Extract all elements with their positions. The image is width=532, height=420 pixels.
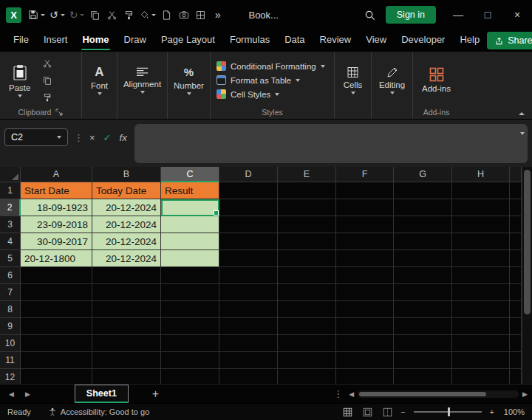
cell-B10[interactable] — [92, 335, 161, 352]
cell-G6[interactable] — [394, 267, 452, 284]
font-button[interactable]: A Font — [86, 63, 113, 97]
maximize-button[interactable]: □ — [473, 0, 502, 30]
cell-F2[interactable] — [336, 199, 394, 216]
dialog-launcher-icon[interactable] — [55, 109, 63, 116]
cell-A5[interactable]: 20-12-1800 — [21, 250, 92, 267]
cell-B3[interactable]: 20-12-2024 — [92, 216, 161, 233]
column-header-A[interactable]: A — [21, 167, 92, 182]
normal-view-button[interactable] — [341, 405, 354, 419]
new-document-button[interactable] — [158, 5, 175, 24]
camera-button[interactable] — [175, 5, 192, 24]
cell-partial-8[interactable] — [510, 301, 522, 318]
cell-G10[interactable] — [394, 335, 452, 352]
cell-G11[interactable] — [394, 352, 452, 369]
cell-A2[interactable]: 18-09-1923 — [21, 199, 92, 216]
cell-C11[interactable] — [161, 352, 219, 369]
page-break-view-button[interactable] — [381, 405, 394, 419]
menu-tab-developer[interactable]: Developer — [394, 30, 452, 52]
cell-E4[interactable] — [278, 233, 336, 250]
format-as-table-button[interactable]: Format as Table — [214, 75, 327, 86]
cell-G1[interactable] — [394, 182, 452, 199]
zoom-slider[interactable] — [414, 411, 482, 413]
column-header-E[interactable]: E — [278, 167, 336, 182]
format-painter-button[interactable] — [120, 5, 137, 24]
row-header-11[interactable]: 11 — [0, 352, 21, 369]
cell-B7[interactable] — [92, 284, 161, 301]
column-header-B[interactable]: B — [92, 167, 161, 182]
cell-A11[interactable] — [21, 352, 92, 369]
conditional-formatting-button[interactable]: Conditional Formatting — [214, 61, 327, 72]
cell-C4[interactable] — [161, 233, 219, 250]
cell-partial-2[interactable] — [510, 199, 522, 216]
cut-button[interactable] — [103, 5, 120, 24]
menu-tab-file[interactable]: File — [6, 30, 36, 52]
row-header-9[interactable]: 9 — [0, 318, 21, 335]
cell-F9[interactable] — [336, 318, 394, 335]
editing-button[interactable]: Editing — [374, 64, 410, 97]
share-button[interactable]: Share — [487, 32, 532, 49]
cell-G8[interactable] — [394, 301, 452, 318]
cell-D7[interactable] — [219, 284, 278, 301]
cell-C7[interactable] — [161, 284, 219, 301]
cell-styles-button[interactable]: Cell Styles — [214, 89, 327, 100]
cell-E7[interactable] — [278, 284, 336, 301]
horizontal-scrollbar-thumb[interactable] — [359, 392, 486, 396]
collapse-formula-bar-button[interactable] — [520, 132, 525, 135]
cell-partial-3[interactable] — [510, 216, 522, 233]
cell-B9[interactable] — [92, 318, 161, 335]
cell-A4[interactable]: 30-09-2017 — [21, 233, 92, 250]
cell-G3[interactable] — [394, 216, 452, 233]
cell-F4[interactable] — [336, 233, 394, 250]
cell-partial-7[interactable] — [510, 284, 522, 301]
cell-G2[interactable] — [394, 199, 452, 216]
document-title[interactable]: Book... — [248, 10, 278, 21]
sheet-options-button[interactable]: ⋮ — [327, 388, 349, 399]
paste-button[interactable]: Paste — [4, 61, 35, 100]
format-painter-button[interactable] — [39, 91, 55, 104]
cell-F8[interactable] — [336, 301, 394, 318]
cell-partial-9[interactable] — [510, 318, 522, 335]
cell-partial-11[interactable] — [510, 352, 522, 369]
row-header-4[interactable]: 4 — [0, 233, 21, 250]
row-header-10[interactable]: 10 — [0, 335, 21, 352]
cell-H2[interactable] — [452, 199, 510, 216]
sign-in-button[interactable]: Sign in — [386, 6, 436, 24]
cell-F1[interactable] — [336, 182, 394, 199]
cell-partial-6[interactable] — [510, 267, 522, 284]
column-header-C[interactable]: C — [161, 167, 219, 182]
cell-H11[interactable] — [452, 352, 510, 369]
cell-E6[interactable] — [278, 267, 336, 284]
cancel-button[interactable]: × — [89, 132, 95, 143]
cell-B2[interactable]: 20-12-2024 — [92, 199, 161, 216]
cell-E11[interactable] — [278, 352, 336, 369]
cell-partial-5[interactable] — [510, 250, 522, 267]
more-commands-button[interactable]: » — [209, 5, 226, 24]
cell-F6[interactable] — [336, 267, 394, 284]
name-box-splitter[interactable]: ⋮ — [74, 132, 83, 143]
sheet-tab-sheet1[interactable]: Sheet1 — [75, 385, 129, 403]
menu-tab-home[interactable]: Home — [75, 30, 116, 52]
horizontal-scrollbar-track[interactable] — [358, 390, 519, 398]
cell-A7[interactable] — [21, 284, 92, 301]
cell-partial-10[interactable] — [510, 335, 522, 352]
insert-function-button[interactable]: fx — [120, 132, 128, 143]
page-layout-view-button[interactable] — [361, 405, 374, 419]
cell-H6[interactable] — [452, 267, 510, 284]
cell-D9[interactable] — [219, 318, 278, 335]
cell-E2[interactable] — [278, 199, 336, 216]
menu-tab-insert[interactable]: Insert — [36, 30, 75, 52]
menu-tab-help[interactable]: Help — [452, 30, 487, 52]
accessibility-status[interactable]: Accessibility: Good to go — [48, 407, 149, 416]
cell-H3[interactable] — [452, 216, 510, 233]
scroll-right-button[interactable]: ▶ — [522, 390, 528, 398]
column-header-partial[interactable] — [510, 167, 522, 182]
cell-C1[interactable]: Result — [161, 182, 219, 199]
copy-button[interactable] — [39, 74, 55, 87]
row-header-1[interactable]: 1 — [0, 182, 21, 199]
cell-C9[interactable] — [161, 318, 219, 335]
vertical-scrollbar[interactable] — [522, 167, 532, 384]
next-sheet-button[interactable]: ▶ — [25, 390, 30, 398]
cell-G7[interactable] — [394, 284, 452, 301]
cell-B11[interactable] — [92, 352, 161, 369]
copy-button[interactable] — [86, 5, 103, 24]
